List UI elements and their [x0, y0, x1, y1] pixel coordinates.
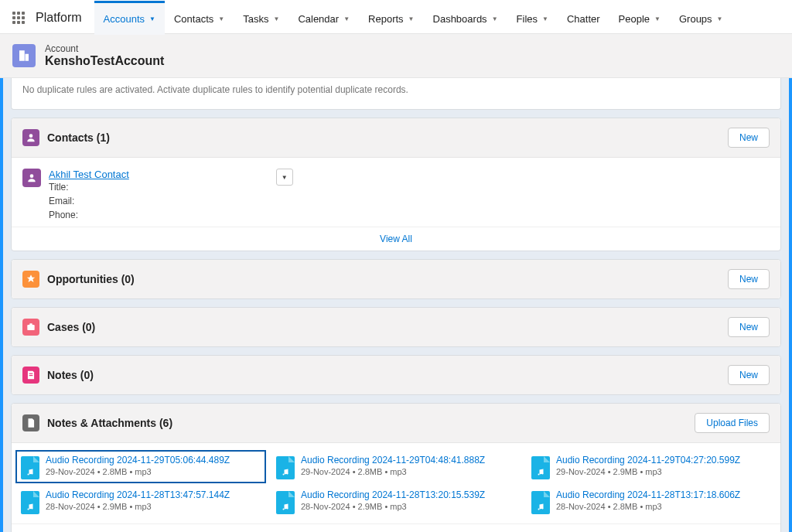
svg-point-2 [29, 134, 33, 138]
attachment-name[interactable]: Audio Recording 2024-11-28T13:20:15.539Z [301, 489, 485, 502]
svg-point-10 [283, 474, 285, 476]
svg-rect-6 [29, 373, 33, 374]
duplicate-rules-banner: No duplicate rules are activated. Activa… [11, 78, 781, 110]
attachment-meta: 28-Nov-2024 • 2.9MB • mp3 [301, 502, 485, 511]
audio-file-icon [21, 456, 39, 479]
attachments-grid: Audio Recording 2024-11-29T05:06:44.489Z… [12, 443, 780, 523]
chevron-down-icon[interactable]: ▼ [717, 15, 723, 22]
nav-tab-calendar[interactable]: Calendar▼ [288, 1, 359, 35]
attachments-view-all[interactable]: View All [12, 523, 780, 532]
attachments-card: Notes & Attachments (6) Upload Files Aud… [11, 403, 781, 532]
cases-card: Cases (0) New [11, 307, 781, 347]
contact-link[interactable]: Akhil Test Contact [49, 169, 129, 180]
opportunities-card: Opportunities (0) New [11, 259, 781, 299]
attachment-meta: 28-Nov-2024 • 2.9MB • mp3 [46, 502, 230, 511]
svg-point-12 [538, 474, 540, 476]
attachment-meta: 28-Nov-2024 • 2.8MB • mp3 [556, 502, 740, 511]
svg-point-15 [32, 508, 33, 510]
cases-title[interactable]: Cases (0) [47, 321, 95, 333]
account-icon [12, 44, 36, 67]
attachments-icon [22, 414, 39, 431]
workspace: No duplicate rules are activated. Activa… [0, 78, 792, 532]
nav-tab-people[interactable]: People▼ [609, 1, 670, 35]
contacts-title[interactable]: Contacts (1) [47, 131, 110, 144]
audio-file-icon [21, 491, 39, 514]
attachment-item[interactable]: Audio Recording 2024-11-29T04:27:20.599Z… [527, 451, 776, 483]
attachment-item[interactable]: Audio Recording 2024-11-28T13:20:15.539Z… [271, 486, 521, 517]
svg-rect-0 [19, 50, 25, 61]
notes-new-button[interactable]: New [728, 365, 770, 385]
notes-card: Notes (0) New [11, 355, 781, 395]
chevron-down-icon[interactable]: ▼ [654, 15, 661, 22]
nav-tabs: Accounts▼ Contacts▼ Tasks▼ Calendar▼ Rep… [94, 1, 732, 35]
attachment-item[interactable]: Audio Recording 2024-11-29T04:48:41.888Z… [271, 451, 521, 483]
svg-point-11 [287, 473, 288, 475]
opportunities-icon [22, 271, 39, 288]
attachment-name[interactable]: Audio Recording 2024-11-29T05:06:44.489Z [46, 454, 230, 467]
chevron-down-icon[interactable]: ▼ [273, 15, 279, 22]
contact-row-icon [22, 169, 41, 187]
svg-point-17 [287, 508, 288, 510]
contacts-new-button[interactable]: New [728, 128, 770, 148]
svg-point-19 [542, 508, 544, 510]
cases-icon [22, 319, 39, 336]
cases-new-button[interactable]: New [728, 317, 770, 337]
record-type-label: Account [45, 43, 164, 54]
record-header: Account KenshoTestAccount [0, 34, 792, 78]
app-launcher-icon[interactable] [8, 7, 29, 29]
notes-title[interactable]: Notes (0) [47, 369, 94, 381]
attachment-name[interactable]: Audio Recording 2024-11-28T13:47:57.144Z [46, 489, 230, 502]
attachment-item[interactable]: Audio Recording 2024-11-29T05:06:44.489Z… [16, 451, 265, 483]
attachment-name[interactable]: Audio Recording 2024-11-29T04:48:41.888Z [301, 454, 485, 467]
nav-tab-files[interactable]: Files▼ [507, 1, 558, 35]
svg-point-9 [32, 473, 33, 475]
contacts-icon [22, 129, 39, 146]
nav-tab-dashboards[interactable]: Dashboards▼ [424, 1, 507, 35]
chevron-down-icon[interactable]: ▼ [218, 15, 224, 22]
svg-point-14 [28, 509, 29, 510]
svg-point-3 [30, 174, 34, 178]
chevron-down-icon[interactable]: ▼ [542, 15, 548, 22]
upload-files-button[interactable]: Upload Files [695, 413, 770, 433]
contact-email-field: Email: [49, 194, 129, 208]
contacts-view-all[interactable]: View All [12, 227, 780, 251]
notes-icon [22, 367, 39, 384]
attachment-meta: 29-Nov-2024 • 2.9MB • mp3 [556, 467, 740, 476]
nav-tab-tasks[interactable]: Tasks▼ [234, 1, 288, 35]
chevron-down-icon[interactable]: ▼ [149, 15, 155, 22]
svg-point-16 [283, 509, 285, 510]
audio-file-icon [531, 491, 550, 514]
nav-tab-accounts[interactable]: Accounts▼ [94, 1, 165, 35]
audio-file-icon [276, 456, 295, 479]
svg-rect-1 [26, 54, 29, 61]
record-name: KenshoTestAccount [45, 54, 164, 68]
svg-point-8 [28, 474, 29, 476]
chevron-down-icon[interactable]: ▼ [492, 15, 498, 22]
svg-point-13 [542, 473, 544, 475]
contact-title-field: Title: [49, 180, 129, 194]
global-nav: Platform Accounts▼ Contacts▼ Tasks▼ Cale… [0, 0, 792, 34]
chevron-down-icon[interactable]: ▼ [343, 15, 350, 22]
attachments-title[interactable]: Notes & Attachments (6) [47, 417, 172, 429]
nav-tab-chatter[interactable]: Chatter [558, 1, 609, 35]
audio-file-icon [531, 456, 550, 479]
app-name: Platform [36, 11, 82, 25]
attachment-name[interactable]: Audio Recording 2024-11-28T13:17:18.606Z [556, 489, 740, 502]
attachment-meta: 29-Nov-2024 • 2.8MB • mp3 [301, 467, 485, 476]
audio-file-icon [276, 491, 295, 514]
nav-tab-contacts[interactable]: Contacts▼ [165, 1, 234, 35]
contacts-card: Contacts (1) New Akhil Test Contact Titl… [11, 118, 781, 251]
attachment-item[interactable]: Audio Recording 2024-11-28T13:47:57.144Z… [16, 486, 265, 517]
svg-point-18 [538, 509, 540, 510]
contact-row-menu[interactable]: ▼ [276, 169, 293, 186]
nav-tab-groups[interactable]: Groups▼ [670, 1, 732, 35]
opportunities-title[interactable]: Opportunities (0) [47, 273, 135, 285]
attachment-name[interactable]: Audio Recording 2024-11-29T04:27:20.599Z [556, 454, 740, 467]
chevron-down-icon[interactable]: ▼ [408, 15, 415, 22]
svg-rect-4 [27, 325, 34, 330]
svg-rect-7 [29, 375, 33, 376]
opportunities-new-button[interactable]: New [728, 269, 770, 289]
contact-phone-field: Phone: [49, 208, 129, 222]
attachment-item[interactable]: Audio Recording 2024-11-28T13:17:18.606Z… [527, 486, 776, 517]
nav-tab-reports[interactable]: Reports▼ [359, 1, 423, 35]
